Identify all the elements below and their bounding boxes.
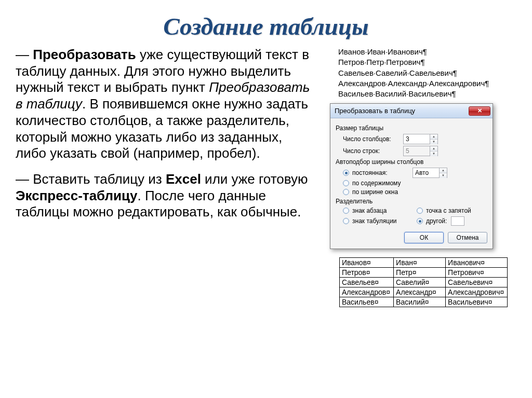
- cols-spinner[interactable]: ▲▼: [403, 134, 438, 144]
- table-row: Александров¤Александр¤Александрович¤: [340, 287, 508, 297]
- table-row: Савельев¤Савелий¤Савельевич¤: [340, 278, 508, 287]
- radio-content[interactable]: [343, 180, 349, 186]
- group-label-size: Размер таблицы: [336, 125, 487, 132]
- dialog-title: Преобразовать в таблицу: [335, 107, 469, 115]
- cancel-button[interactable]: Отмена: [448, 232, 487, 243]
- rows-label: Число строк:: [343, 147, 400, 155]
- spin-down-icon[interactable]: ▼: [440, 173, 447, 178]
- paragraph-1: — Преобразовать уже существующий текст в…: [16, 47, 316, 162]
- close-button[interactable]: ✕: [469, 106, 490, 116]
- radio-content-label: по содержимому: [352, 180, 401, 187]
- radio-sep-semi-label: точка с запятой: [426, 207, 471, 214]
- spin-up-icon[interactable]: ▲: [440, 168, 447, 173]
- sep-other-input[interactable]: [451, 216, 464, 226]
- convert-to-table-dialog: Преобразовать в таблицу ✕ Размер таблицы…: [330, 103, 493, 249]
- radio-sep-para-label: знак абзаца: [352, 207, 387, 214]
- body-text: — Преобразовать уже существующий текст в…: [16, 47, 316, 307]
- radio-fixed-label: постоянная:: [352, 169, 409, 176]
- table-row: Иванов¤Иван¤Иванович¤: [340, 258, 508, 268]
- table-row: Васильев¤Василий¤Васильевич¤: [340, 297, 508, 307]
- radio-sep-tab[interactable]: [343, 218, 349, 224]
- fixed-width-input[interactable]: [413, 168, 439, 177]
- rows-spinner: ▲▼: [403, 146, 438, 156]
- radio-sep-semi[interactable]: [417, 208, 423, 214]
- source-text-list: Иванов·Иван·Иванович¶ Петров·Петр·Петров…: [338, 47, 516, 99]
- list-item: Петров·Петр·Петрович¶: [338, 57, 516, 67]
- spin-down-icon: ▼: [430, 152, 437, 156]
- close-icon: ✕: [477, 108, 482, 114]
- radio-fixed[interactable]: [343, 170, 349, 176]
- list-item: Иванов·Иван·Иванович¶: [338, 47, 516, 57]
- radio-window[interactable]: [343, 189, 349, 195]
- fixed-width-spinner[interactable]: ▲▼: [413, 168, 447, 178]
- spin-up-icon: ▲: [430, 146, 437, 152]
- result-table: Иванов¤Иван¤Иванович¤ Петров¤Петр¤Петров…: [339, 257, 508, 307]
- list-item: Савельев·Савелий·Савельевич¶: [338, 68, 516, 78]
- list-item: Васильев·Василий·Васильевич¶: [338, 89, 516, 99]
- paragraph-2: — Вставить таблицу из Excel или уже гото…: [16, 171, 316, 221]
- radio-sep-para[interactable]: [343, 208, 349, 214]
- group-label-width: Автоподбор ширины столбцов: [336, 158, 487, 166]
- list-item: Александров·Александр·Александрович¶: [338, 78, 516, 89]
- radio-sep-other-label: другой:: [426, 217, 447, 225]
- radio-sep-other[interactable]: [417, 218, 423, 224]
- cols-input[interactable]: [404, 134, 430, 144]
- radio-sep-tab-label: знак табуляции: [352, 217, 397, 225]
- page-title: Создание таблицы: [0, 0, 532, 47]
- spin-down-icon[interactable]: ▼: [430, 140, 437, 144]
- cols-label: Число столбцов:: [343, 135, 400, 143]
- group-label-separator: Разделитель: [336, 198, 487, 205]
- spin-up-icon[interactable]: ▲: [430, 134, 437, 140]
- table-row: Петров¤Петр¤Петрович¤: [340, 268, 508, 278]
- radio-window-label: по ширине окна: [352, 188, 398, 196]
- ok-button[interactable]: ОК: [404, 232, 444, 243]
- rows-input: [404, 146, 430, 156]
- dialog-titlebar: Преобразовать в таблицу ✕: [330, 104, 493, 118]
